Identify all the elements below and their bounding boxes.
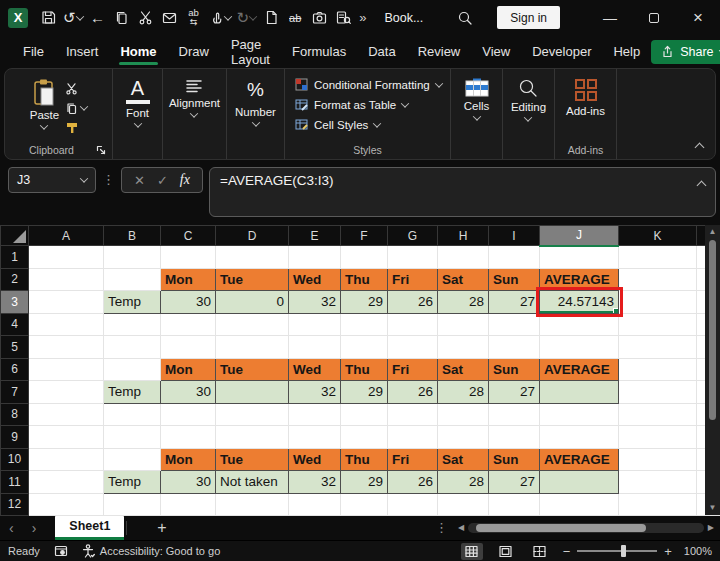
save-icon[interactable]	[36, 4, 60, 32]
row-header-10[interactable]: 10	[1, 448, 29, 471]
touch-mode-icon[interactable]	[206, 4, 234, 32]
cell-J2[interactable]: AVERAGE	[540, 268, 619, 291]
number-group[interactable]: % Number	[227, 69, 285, 159]
row-header-7[interactable]: 7	[1, 381, 29, 404]
cell-A4[interactable]	[29, 313, 104, 336]
cell-E5[interactable]	[289, 336, 341, 359]
cell-D4[interactable]	[216, 313, 289, 336]
vertical-scrollbar[interactable]: ▲ ▼	[705, 225, 720, 515]
cell-I6[interactable]: Sun	[489, 358, 540, 381]
cell-C1[interactable]	[161, 246, 216, 269]
formula-input[interactable]: =AVERAGE(C3:I3)	[209, 167, 716, 217]
cell-B6[interactable]	[104, 358, 161, 381]
cell-E2[interactable]: Wed	[289, 268, 341, 291]
cell-E9[interactable]	[289, 426, 341, 449]
col-header-H[interactable]: H	[438, 226, 489, 246]
cell-C5[interactable]	[161, 336, 216, 359]
cell-I3[interactable]: 27	[489, 291, 540, 314]
cell-D5[interactable]	[216, 336, 289, 359]
cell-F7[interactable]: 29	[341, 381, 388, 404]
col-header-G[interactable]: G	[388, 226, 438, 246]
cell-C11[interactable]: 30	[161, 471, 216, 494]
cancel-icon[interactable]: ✕	[134, 173, 145, 188]
tab-review[interactable]: Review	[407, 35, 472, 68]
cell-E3[interactable]: 32	[289, 291, 341, 314]
cell-H11[interactable]: 28	[438, 471, 489, 494]
col-header-J[interactable]: J	[540, 226, 619, 246]
horizontal-scroll-thumb[interactable]	[476, 524, 646, 532]
paste-button[interactable]: Paste	[30, 78, 59, 136]
clipboard-dialog-launcher-icon[interactable]	[96, 145, 106, 155]
cell-F5[interactable]	[341, 336, 388, 359]
cell-D1[interactable]	[216, 246, 289, 269]
font-group[interactable]: A Font	[113, 69, 163, 159]
cell-C7[interactable]: 30	[161, 381, 216, 404]
format-painter-button[interactable]	[65, 120, 87, 136]
cell-A11[interactable]	[29, 471, 104, 494]
cell-A10[interactable]	[29, 448, 104, 471]
cell-B12[interactable]	[104, 493, 161, 516]
formula-bar-dots-icon[interactable]: ⋮	[102, 172, 115, 187]
row-header-4[interactable]: 4	[1, 313, 29, 336]
cell-D3[interactable]: 0	[216, 291, 289, 314]
cell-D11[interactable]: Not taken	[216, 471, 289, 494]
cell-G10[interactable]: Fri	[388, 448, 438, 471]
cell-G12[interactable]	[388, 493, 438, 516]
cell-B3[interactable]: Temp	[104, 291, 161, 314]
cell-D2[interactable]: Tue	[216, 268, 289, 291]
cell-H12[interactable]	[438, 493, 489, 516]
cell-K7[interactable]	[619, 381, 697, 404]
cell-H7[interactable]: 28	[438, 381, 489, 404]
row-header-12[interactable]: 12	[1, 493, 29, 516]
cell-I7[interactable]: 27	[489, 381, 540, 404]
cell-A2[interactable]	[29, 268, 104, 291]
col-header-C[interactable]: C	[161, 226, 216, 246]
zoom-slider[interactable]	[577, 550, 657, 552]
cell-B10[interactable]	[104, 448, 161, 471]
tab-draw[interactable]: Draw	[168, 35, 220, 68]
col-header-I[interactable]: I	[489, 226, 540, 246]
cell-G1[interactable]	[388, 246, 438, 269]
cell-E8[interactable]	[289, 403, 341, 426]
cell-H4[interactable]	[438, 313, 489, 336]
cell-H9[interactable]	[438, 426, 489, 449]
cell-B11[interactable]: Temp	[104, 471, 161, 494]
cell-F4[interactable]	[341, 313, 388, 336]
cell-styles-button[interactable]: Cell Styles	[295, 118, 450, 131]
cell-F6[interactable]: Thu	[341, 358, 388, 381]
cell-G7[interactable]: 26	[388, 381, 438, 404]
cell-J12[interactable]	[540, 493, 619, 516]
cell-C6[interactable]: Mon	[161, 358, 216, 381]
col-header-E[interactable]: E	[289, 226, 341, 246]
cell-C3[interactable]: 30	[161, 291, 216, 314]
cell-G5[interactable]	[388, 336, 438, 359]
scroll-right-icon[interactable]: ▶	[708, 524, 714, 532]
editing-group[interactable]: Editing	[503, 69, 555, 159]
cell-E4[interactable]	[289, 313, 341, 336]
scroll-up-icon[interactable]: ▲	[709, 228, 717, 236]
cell-B5[interactable]	[104, 336, 161, 359]
cell-H8[interactable]	[438, 403, 489, 426]
cell-E10[interactable]: Wed	[289, 448, 341, 471]
cell-G11[interactable]: 26	[388, 471, 438, 494]
cell-D6[interactable]: Tue	[216, 358, 289, 381]
cell-H6[interactable]: Sat	[438, 358, 489, 381]
cell-C12[interactable]	[161, 493, 216, 516]
zoom-out-icon[interactable]: −	[563, 544, 571, 559]
minimize-icon[interactable]: —	[588, 0, 632, 35]
cell-K4[interactable]	[619, 313, 697, 336]
addins-group[interactable]: Add-ins Add-ins	[555, 69, 617, 159]
cell-K11[interactable]	[619, 471, 697, 494]
cell-J10[interactable]: AVERAGE	[540, 448, 619, 471]
cell-H3[interactable]: 28	[438, 291, 489, 314]
cell-B7[interactable]: Temp	[104, 381, 161, 404]
book-search-icon[interactable]	[331, 4, 355, 32]
cell-A3[interactable]	[29, 291, 104, 314]
row-header-3[interactable]: 3	[1, 291, 29, 314]
zoom-in-icon[interactable]: +	[664, 544, 672, 559]
cell-J11[interactable]	[540, 471, 619, 494]
excel-logo[interactable]: X	[8, 8, 28, 28]
sheet-bar-dots-icon[interactable]: ⋮	[425, 520, 458, 535]
cell-F8[interactable]	[341, 403, 388, 426]
row-header-6[interactable]: 6	[1, 358, 29, 381]
